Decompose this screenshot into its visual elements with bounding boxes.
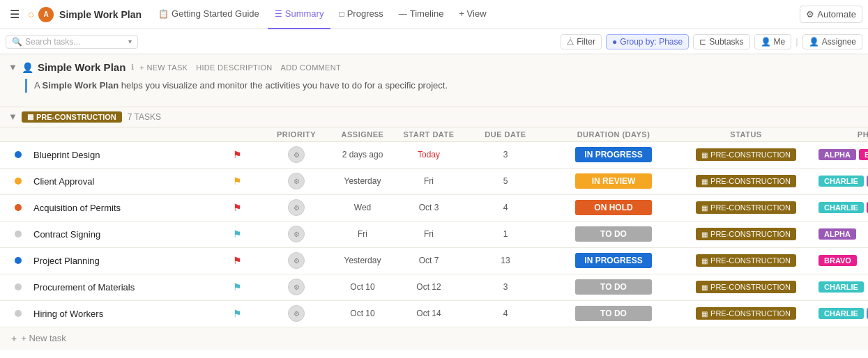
hamburger-icon[interactable]: ☰: [6, 5, 24, 24]
team-tag: CHARLIE: [818, 176, 864, 187]
col-header-phase: STATUS: [676, 130, 816, 139]
task-name: Blueprint Design: [28, 150, 209, 160]
filter-button[interactable]: ⧊ Filter: [561, 34, 602, 49]
task-row[interactable]: Acquisition of Permits⚑⚙WedOct 34ON HOLD…: [0, 195, 868, 221]
group-collapse-icon[interactable]: ▼: [8, 111, 17, 122]
phase-badge: ▦ PRE-CONSTRUCTION: [696, 254, 796, 267]
group-task-count: 7 TASKS: [128, 112, 161, 122]
duration: 4: [460, 203, 551, 212]
assignee-icon: 👤: [809, 37, 819, 47]
automate-label: Automate: [817, 9, 856, 20]
tab-timeline[interactable]: — Timeline: [392, 0, 451, 29]
task-row[interactable]: Hiring of Workers⚑⚙Oct 10Oct 144TO DO▦ P…: [0, 301, 868, 327]
new-task-row[interactable]: + + New task: [0, 327, 868, 350]
due-date: Oct 3: [397, 203, 460, 212]
task-row[interactable]: Project Planning⚑⚙YesterdayOct 713IN PRO…: [0, 248, 868, 274]
hide-desc-action[interactable]: HIDE DESCRIPTION: [196, 63, 272, 72]
start-date: Yesterday: [328, 256, 397, 265]
status-badge: IN REVIEW: [575, 173, 652, 189]
task-dot: [15, 204, 22, 211]
due-date: Oct 14: [397, 309, 460, 318]
new-task-label: + New task: [21, 333, 66, 343]
sun-icon: ○: [25, 6, 37, 23]
task-name: Contract Signing: [28, 229, 209, 240]
assignee-avatar: ⚙: [288, 199, 305, 216]
assignee-avatar: ⚙: [288, 252, 305, 269]
status-badge: TO DO: [575, 226, 652, 242]
assignee-avatar: ⚙: [288, 146, 305, 163]
avatar: A: [38, 7, 54, 22]
project-info-icon[interactable]: ℹ: [131, 63, 134, 72]
task-name: Acquisition of Permits: [28, 203, 209, 213]
new-task-action[interactable]: + NEW TASK: [139, 63, 188, 72]
duration: 3: [460, 150, 551, 159]
duration: 5: [460, 176, 551, 186]
priority-flag: ⚑: [233, 202, 242, 213]
group-by-button[interactable]: ● Group by: Phase: [606, 34, 689, 49]
progress-icon: □: [339, 9, 344, 19]
team-tag: CHARLIE: [818, 202, 864, 213]
phase-badge: ▦ PRE-CONSTRUCTION: [696, 307, 796, 320]
new-task-plus-icon: +: [11, 333, 17, 344]
separator: |: [795, 36, 798, 47]
team-tag: CHARLIE: [818, 281, 864, 293]
summary-icon: ☰: [275, 9, 282, 19]
assignee-avatar: ⚙: [288, 279, 305, 295]
start-date: Fri: [328, 229, 397, 239]
automate-button[interactable]: ⚙ Automate: [800, 6, 862, 23]
project-description: A Simple Work Plan helps you visualize a…: [0, 73, 868, 101]
tab-getting-started[interactable]: 📋 Getting Started Guide: [151, 0, 266, 29]
task-rows-container: Blueprint Design⚑⚙2 days agoToday3IN PRO…: [0, 142, 868, 327]
project-collapse-icon[interactable]: ▼: [8, 62, 17, 72]
project-title: Simple Work Plan: [38, 61, 125, 73]
start-date: Oct 10: [328, 309, 397, 318]
start-date: 2 days ago: [328, 150, 397, 159]
task-dot: [15, 283, 22, 290]
subtasks-icon: ⊏: [699, 37, 706, 47]
search-box[interactable]: 🔍 Search tasks... ▾: [6, 35, 138, 49]
team-tag: ALPHA: [818, 228, 856, 240]
task-dot: [15, 151, 22, 158]
timeline-icon: —: [399, 9, 407, 19]
me-label: Me: [774, 37, 786, 47]
search-input[interactable]: Search tasks...: [25, 37, 125, 47]
group-by-label: Group by: Phase: [620, 37, 683, 47]
task-row[interactable]: Procurement of Materials⚑⚙Oct 10Oct 123T…: [0, 274, 868, 301]
task-row[interactable]: Contract Signing⚑⚙FriFri1TO DO▦ PRE-CONS…: [0, 221, 868, 248]
duration: 4: [460, 309, 551, 318]
project-type-icon: 👤: [22, 62, 33, 73]
assignee-button[interactable]: 👤 Assignee: [802, 34, 862, 49]
phase-badge: ▦ PRE-CONSTRUCTION: [696, 228, 796, 240]
phase-badge: ▦ PRE-CONSTRUCTION: [696, 148, 796, 161]
priority-flag: ⚑: [233, 255, 242, 266]
duration: 1: [460, 229, 551, 239]
getting-started-icon: 📋: [158, 9, 169, 19]
col-header-due: START DATE: [397, 130, 460, 139]
status-badge: TO DO: [575, 279, 652, 295]
task-row[interactable]: Blueprint Design⚑⚙2 days agoToday3IN PRO…: [0, 142, 868, 169]
tab-timeline-label: Timeline: [410, 8, 444, 19]
add-comment-action[interactable]: ADD COMMENT: [281, 63, 341, 72]
me-button[interactable]: 👤 Me: [754, 34, 792, 49]
col-header-start: ASSIGNEE: [328, 130, 397, 139]
me-icon: 👤: [761, 37, 771, 47]
priority-flag: ⚑: [233, 228, 242, 240]
tab-view-label: + View: [459, 8, 486, 19]
toolbar: 🔍 Search tasks... ▾ ⧊ Filter ● Group by:…: [0, 29, 868, 54]
assignee-label: Assignee: [822, 37, 856, 47]
task-row[interactable]: Client Approval⚑⚙YesterdayFri5IN REVIEW▦…: [0, 169, 868, 195]
start-date: Oct 10: [328, 282, 397, 292]
duration: 13: [460, 256, 551, 265]
duration: 3: [460, 282, 551, 292]
tab-summary[interactable]: ☰ Summary: [268, 0, 331, 29]
task-dot: [15, 178, 22, 185]
phase-badge: ▦ PRE-CONSTRUCTION: [696, 201, 796, 214]
team-tag: CHARLIE: [818, 308, 864, 319]
assignee-avatar: ⚙: [288, 173, 305, 189]
subtasks-button[interactable]: ⊏ Subtasks: [693, 34, 749, 49]
due-date: Fri: [397, 229, 460, 239]
tab-view[interactable]: + View: [452, 0, 493, 29]
tab-progress[interactable]: □ Progress: [332, 0, 390, 29]
project-actions: + NEW TASK HIDE DESCRIPTION ADD COMMENT: [139, 63, 341, 72]
description-text: A Simple Work Plan helps you visualize a…: [34, 79, 857, 93]
